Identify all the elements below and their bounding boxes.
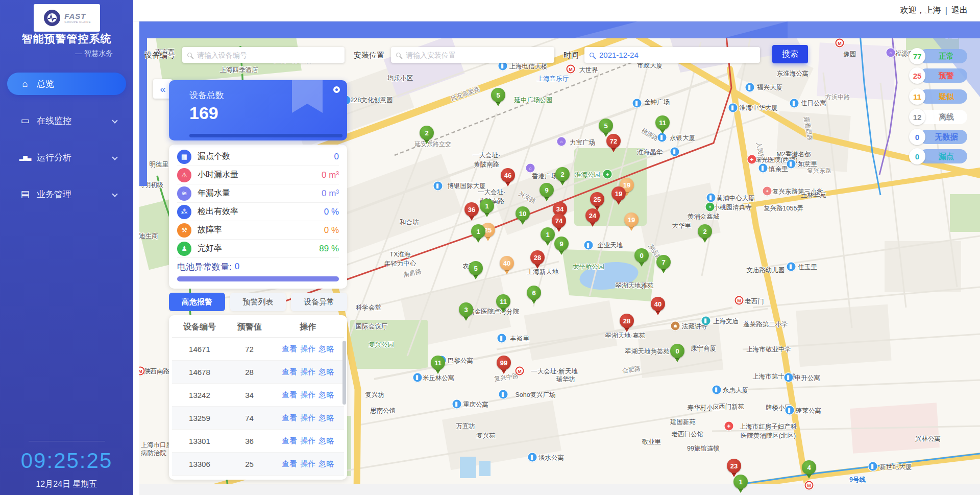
pin-value: 5 [599,119,613,133]
map-pin-green[interactable]: 1 [733,475,748,494]
action-link-查看[interactable]: 查看 [282,390,297,399]
map-pin-green[interactable]: 9 [554,237,569,256]
action-link-操作[interactable]: 操作 [300,436,315,445]
action-link-忽略[interactable]: 忽略 [318,390,334,399]
action-link-查看[interactable]: 查看 [282,344,297,353]
table-row[interactable]: 1330136查看操作忽略 [172,430,344,453]
map-pin-green[interactable]: 5 [469,261,483,280]
map-area[interactable]: 南京西上海四季酒店恒利国际大厦市政大厦上海电信大楼上海音乐厅大世界延中广场公园均… [139,21,980,495]
map-pin-red[interactable]: 24 [585,208,600,228]
tab-高危报警[interactable]: 高危报警 [169,293,225,311]
search-icon [396,53,401,57]
action-link-操作[interactable]: 操作 [300,390,315,399]
map-pin-green[interactable]: 2 [698,224,712,244]
pin-value: 3 [459,302,473,317]
map-pin-green[interactable]: 2 [420,126,434,145]
alarm-tabs: 高危报警预警列表设备异常 [169,293,347,311]
map-pin-green[interactable]: 10 [516,206,530,226]
table-row[interactable]: 1467828查看操作忽略 [172,361,344,384]
map-pin-green[interactable]: 0 [634,248,649,268]
tab-预警列表[interactable]: 预警列表 [230,293,286,311]
poi-icon: ⌂ [526,164,535,173]
action-link-查看[interactable]: 查看 [282,436,297,445]
action-link-忽略[interactable]: 忽略 [318,436,334,445]
pin-value: 5 [491,88,505,102]
action-link-忽略[interactable]: 忽略 [318,367,334,376]
sidebar-item-clipboard[interactable]: ▤业务管理 [7,183,126,205]
sidebar-item-home[interactable]: ⌂总览 [7,73,126,95]
map-pin-green[interactable]: 5 [491,88,505,107]
action-link-忽略[interactable]: 忽略 [318,459,334,468]
table-row[interactable]: 1467172查看操作忽略 [172,338,344,361]
sidebar-item-chart[interactable]: ▂▆▃运行分析 [7,146,126,169]
map-pin-green[interactable]: 11 [431,356,445,375]
map-pin-red[interactable]: 28 [620,314,634,333]
legend-badge-离线[interactable]: 12离线 [909,109,967,125]
map-pin-orange[interactable]: 40 [500,256,514,275]
device-id-field[interactable] [182,47,345,63]
map-pin-green[interactable]: 0 [670,344,684,363]
warning-value-cell: 36 [227,437,272,445]
app-subtitle: — 智慧水务 [0,49,113,58]
action-link-查看[interactable]: 查看 [282,459,297,468]
location-input[interactable] [405,51,549,60]
map-pin-green[interactable]: 11 [496,294,510,314]
map-pin-green[interactable]: 2 [555,167,570,186]
legend-badge-正常[interactable]: 77正常 [909,48,967,64]
chevron-down-icon [112,154,117,160]
map-pin-green[interactable]: 3 [459,302,473,322]
poi-icon: ⌂ [887,49,895,57]
action-link-查看[interactable]: 查看 [282,367,297,376]
map-pin-red[interactable]: 19 [611,186,626,206]
sidebar-item-monitor[interactable]: ▭在线监控 [7,109,126,132]
action-link-查看[interactable]: 查看 [282,413,297,422]
poi-icon: ▋ [528,453,537,462]
legend-badge-预警[interactable]: 25预警 [909,67,967,84]
search-icon [187,53,192,57]
poi-icon: ▋ [787,263,796,271]
device-id-input[interactable] [196,51,339,60]
map-pin-red[interactable]: 28 [530,250,545,270]
tab-设备异常[interactable]: 设备异常 [291,293,347,311]
action-link-操作[interactable]: 操作 [300,459,315,468]
map-pin-green[interactable]: 4 [802,460,816,480]
legend-badge-无数据[interactable]: 0无数据 [909,129,967,145]
table-row[interactable]: 1325974查看操作忽略 [172,407,344,430]
map-pin-orange[interactable]: 19 [624,213,639,232]
action-link-操作[interactable]: 操作 [300,367,315,376]
poi-icon: ▋ [499,62,507,70]
map-pin-green[interactable]: 1 [541,227,555,247]
table-scrollbar[interactable] [342,341,346,405]
date-field[interactable] [584,47,760,63]
legend-label: 预警 [919,68,967,83]
stat-label: 完好率 [198,243,319,254]
pin-value: 11 [655,115,670,130]
map-pin-green[interactable]: 1 [471,224,485,244]
action-link-忽略[interactable]: 忽略 [318,413,334,422]
poi-icon: ▋ [413,373,422,382]
legend-badge-疑似[interactable]: 11疑似 [909,88,967,105]
date-input[interactable] [598,50,755,60]
map-label: 复兴坊 [365,391,384,399]
map-pin-green[interactable]: 1 [480,199,494,218]
map-pin-green[interactable]: 6 [527,286,541,305]
map-pin-green[interactable]: 11 [655,115,670,135]
search-button[interactable]: 搜索 [772,45,808,63]
action-link-忽略[interactable]: 忽略 [318,344,334,353]
action-link-操作[interactable]: 操作 [300,344,315,353]
legend-badge-漏点[interactable]: 0漏点 [909,148,967,164]
map-pin-green[interactable]: 7 [656,255,671,274]
map-label: Soho复兴广场 [515,391,555,399]
location-field[interactable] [391,47,554,63]
tools-icon: ⚒ [177,223,191,238]
map-pin-red[interactable]: 46 [501,168,515,187]
logout-link[interactable]: 退出 [951,5,968,16]
map-pin-red[interactable]: 36 [464,202,479,222]
table-row[interactable]: 1324234查看操作忽略 [172,384,344,407]
map-pin-red[interactable]: 72 [606,134,621,153]
map-pin-green[interactable]: 9 [540,183,554,202]
map-pin-red[interactable]: 99 [497,356,511,375]
map-pin-red[interactable]: 40 [651,297,665,316]
action-link-操作[interactable]: 操作 [300,413,315,422]
table-row[interactable]: 1330625查看操作忽略 [172,453,344,476]
